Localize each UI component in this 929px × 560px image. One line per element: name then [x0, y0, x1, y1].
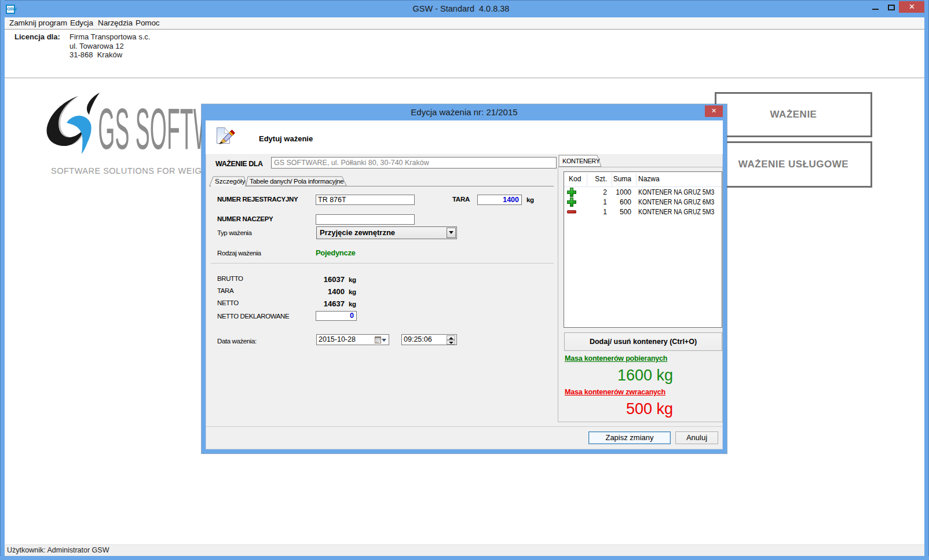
svg-text:KONTENERY: KONTENERY — [562, 158, 601, 164]
svg-text:Szczegóły: Szczegóły — [215, 178, 246, 185]
svg-text:SOFTWARE SOLUTIONS FOR WEIGHIN: SOFTWARE SOLUTIONS FOR WEIGHING — [51, 166, 224, 175]
svg-text:Tabele danych/ Pola informacyj: Tabele danych/ Pola informacyjne — [250, 178, 343, 185]
